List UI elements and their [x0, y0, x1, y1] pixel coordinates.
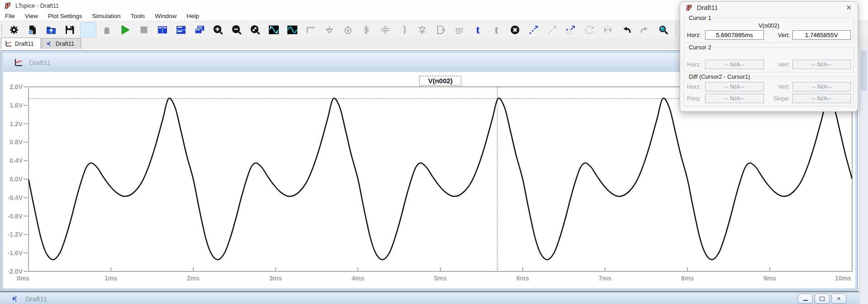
trace-label[interactable]: V(n002) — [428, 77, 453, 85]
x-tick-label: 4ms — [352, 275, 364, 282]
place-text-button[interactable]: t — [470, 22, 486, 38]
pause-icon — [101, 24, 112, 35]
place-component-button[interactable] — [433, 22, 449, 38]
schematic-window-title: Draft11 — [25, 295, 47, 303]
menu-window[interactable]: Window — [150, 12, 181, 20]
zoom-in-button[interactable] — [210, 22, 226, 38]
place-diode-button[interactable] — [414, 22, 430, 38]
zoom-out-button[interactable] — [229, 22, 245, 38]
new-schematic-button[interactable] — [24, 22, 41, 38]
drag-button[interactable] — [544, 22, 560, 38]
waveform-window-title: Draft11 — [29, 59, 51, 66]
diff-horz-label: Horz: — [687, 83, 705, 90]
settings-gear-button[interactable] — [6, 22, 22, 38]
close-icon: ✕ — [837, 296, 841, 301]
place-label-button[interactable] — [340, 22, 356, 38]
tab-schematic-draft11[interactable]: Draft11 — [42, 38, 81, 49]
zoom-out-icon — [231, 24, 242, 35]
menu-help[interactable]: Help — [181, 12, 204, 20]
y-tick-label: -0.4V — [8, 194, 23, 201]
diff-vert-field: -- N/A-- — [792, 82, 851, 91]
y-tick-label: 1.2V — [10, 120, 23, 128]
menu-simulation[interactable]: Simulation — [87, 12, 126, 20]
place-inductor-button[interactable] — [396, 22, 412, 38]
cursor2-group-label: Cursor 2 — [687, 44, 713, 51]
dialog-close-button[interactable]: ✕ — [846, 4, 852, 12]
copy-button[interactable] — [563, 22, 579, 38]
x-tick-label: 10ms — [835, 275, 851, 282]
draw-wire-button[interactable] — [303, 22, 319, 38]
mirror-button[interactable] — [600, 22, 616, 38]
place-diode-icon — [417, 24, 428, 35]
pause-button[interactable] — [99, 22, 115, 38]
draw-wire-icon — [305, 24, 316, 35]
place-capacitor-icon — [380, 24, 391, 35]
diff-slope-label: Slope: — [769, 95, 792, 102]
cascade-windows-button[interactable] — [191, 22, 208, 38]
place-ground-button[interactable] — [321, 22, 338, 38]
scrollbar-thumb[interactable] — [861, 50, 867, 91]
spice-directive-button[interactable]: t — [488, 22, 505, 38]
menu-file[interactable]: File — [0, 12, 20, 20]
find-button[interactable] — [655, 22, 672, 38]
toolbar-separator — [676, 24, 676, 36]
cursor-dialog-titlebar[interactable]: Draft11 ✕ — [680, 2, 858, 14]
minimize-button[interactable] — [798, 294, 813, 304]
diff-horz-field: -- N/A-- — [705, 82, 764, 91]
rotate-button[interactable] — [581, 22, 597, 38]
schematic-icon — [11, 294, 19, 303]
svg-text:t: t — [495, 24, 499, 35]
find-icon — [658, 24, 669, 35]
cursor2-horz-label: Horz: — [687, 61, 705, 68]
drag-icon — [547, 24, 558, 35]
cursor2-vert-field: -- N/A-- — [792, 60, 851, 69]
label-net-button[interactable]: net — [451, 22, 467, 38]
cursor1-horz-input[interactable]: 5.6907895ms — [705, 30, 764, 40]
tile-horizontal-button[interactable] — [173, 22, 189, 38]
halt-button[interactable] — [136, 22, 152, 38]
copy-icon — [565, 24, 576, 35]
zoom-extents-icon — [250, 24, 261, 35]
cursor2-trace-name — [687, 52, 851, 59]
delete-icon — [510, 24, 520, 35]
redo-button[interactable] — [637, 22, 653, 38]
restore-button[interactable] — [815, 294, 830, 304]
schematic-window-titlebar[interactable]: Draft11 ✕ — [0, 291, 859, 304]
tile-vertical-button[interactable] — [154, 22, 171, 38]
waveform-pane-button[interactable] — [284, 22, 300, 38]
place-resistor-button[interactable] — [358, 22, 375, 38]
mirror-icon — [602, 24, 613, 35]
menu-plot-settings[interactable]: Plot Settings — [43, 12, 87, 20]
cursor-info-dialog[interactable]: Draft11 ✕ Cursor 1 V(n002) Horz: 5.69078… — [680, 1, 858, 112]
blank-toggle-button[interactable] — [80, 22, 96, 38]
close-button[interactable]: ✕ — [831, 294, 846, 304]
run-button[interactable] — [117, 22, 134, 38]
move-button[interactable] — [525, 22, 542, 38]
toolbar-grip[interactable] — [1, 24, 4, 36]
cursor1-trace-name: V(n002) — [687, 22, 851, 29]
vertical-scrollbar[interactable] — [859, 49, 868, 304]
place-text-icon: t — [472, 24, 483, 35]
cursor1-vert-input[interactable]: 1.7465855V — [792, 30, 851, 40]
undo-button[interactable] — [618, 22, 634, 38]
menu-view[interactable]: View — [20, 12, 43, 20]
open-file-button[interactable] — [43, 22, 59, 38]
menu-tools[interactable]: Tools — [126, 12, 150, 20]
delete-button[interactable] — [507, 22, 523, 38]
save-button[interactable] — [62, 22, 78, 38]
place-label-icon — [343, 24, 353, 35]
tab-waveform-draft11[interactable]: Draft11 — [1, 38, 41, 49]
diff-vert-label: Vert: — [769, 83, 792, 90]
y-tick-label: -2.0V — [8, 268, 23, 275]
place-capacitor-button[interactable] — [377, 22, 393, 38]
tab-label: Draft11 — [56, 40, 75, 47]
cursor1-group-label: Cursor 1 — [687, 14, 713, 21]
diff-freq-label: Freq: — [687, 95, 705, 102]
diff-slope-field: -- N/A-- — [792, 94, 851, 103]
cursor1-group: Cursor 1 V(n002) Horz: 5.6907895ms Vert:… — [684, 18, 854, 43]
app-title: LTspice - Draft11 — [15, 2, 59, 9]
x-tick-label: 3ms — [269, 275, 282, 282]
zoom-in-icon — [213, 24, 224, 35]
zoom-extents-button[interactable] — [247, 22, 263, 38]
autorange-waveform-button[interactable] — [266, 22, 282, 38]
